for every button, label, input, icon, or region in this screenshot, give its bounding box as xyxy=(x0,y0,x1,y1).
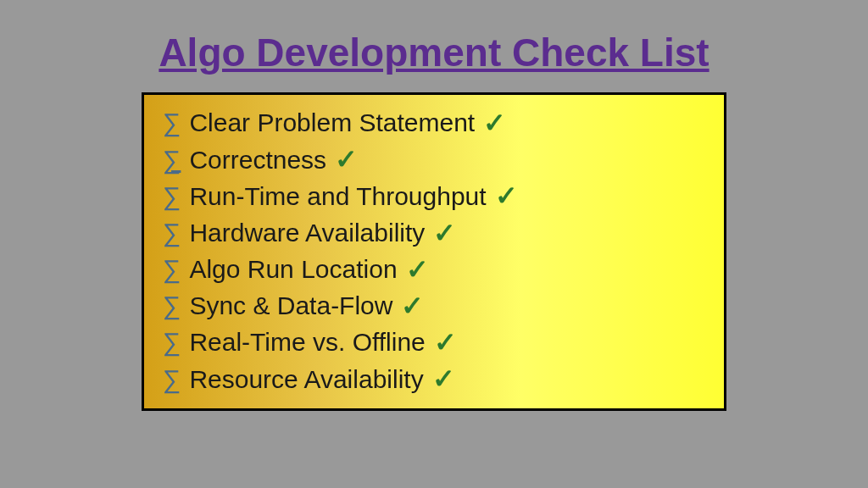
item-label: Correctness xyxy=(189,143,326,178)
checkmark-icon: ✓ xyxy=(434,324,457,361)
item-label: Real-Time vs. Offline xyxy=(189,325,425,360)
list-item: ∑ Real-Time vs. Offline ✓ xyxy=(163,324,698,361)
list-item: ∑ Hardware Availability ✓ xyxy=(163,215,698,252)
item-label: Resource Availability xyxy=(189,363,423,397)
sigma-bullet-icon: ∑ xyxy=(163,252,181,287)
item-label: Algo Run Location xyxy=(189,252,397,287)
checkmark-icon: ✓ xyxy=(495,178,518,214)
item-label: Hardware Availability xyxy=(189,216,425,251)
sigma-bullet-icon: ∑ xyxy=(163,289,181,324)
item-label: Sync & Data-Flow xyxy=(189,289,392,324)
checkmark-icon: ✓ xyxy=(433,215,456,252)
item-label: Run-Time and Throughput xyxy=(189,180,486,214)
sigma-bullet-icon: ∑ xyxy=(163,180,181,214)
sigma-bullet-icon: ∑ xyxy=(163,143,181,178)
checkmark-icon: ✓ xyxy=(406,252,429,288)
checkmark-icon: ✓ xyxy=(483,105,506,141)
list-item: ∑ Correctness ✓ xyxy=(163,141,698,178)
list-item: ∑ Resource Availability ✓ xyxy=(163,361,698,397)
page-title: Algo Development Check List xyxy=(159,30,709,75)
item-label: Clear Problem Statement xyxy=(189,106,475,141)
list-item: ∑ Run-Time and Throughput ✓ xyxy=(163,178,698,214)
list-item: ∑ Algo Run Location ✓ xyxy=(163,252,698,288)
checkmark-icon: ✓ xyxy=(401,288,424,324)
sigma-bullet-icon: ∑ xyxy=(163,325,181,360)
sigma-bullet-icon: ∑ xyxy=(163,363,181,397)
list-item: ∑ Clear Problem Statement ✓ xyxy=(163,105,698,141)
list-item: ∑ Sync & Data-Flow ✓ xyxy=(163,288,698,324)
checkmark-icon: ✓ xyxy=(335,141,358,178)
sigma-bullet-icon: ∑ xyxy=(163,216,181,251)
checkmark-icon: ✓ xyxy=(432,361,455,397)
sigma-bullet-icon: ∑ xyxy=(163,106,181,141)
checklist-box: ∑ Clear Problem Statement ✓ ∑ Correctnes… xyxy=(142,92,726,411)
